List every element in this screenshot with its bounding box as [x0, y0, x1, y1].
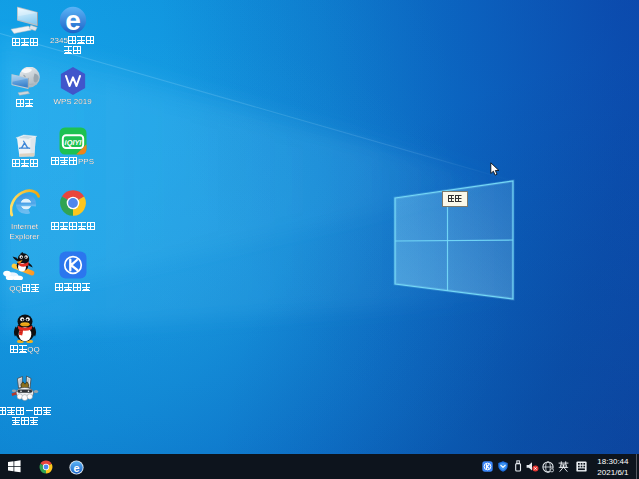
svg-text:e: e: [73, 461, 79, 473]
svg-text:iQIYI: iQIYI: [64, 137, 82, 146]
svg-text:e: e: [65, 6, 81, 34]
